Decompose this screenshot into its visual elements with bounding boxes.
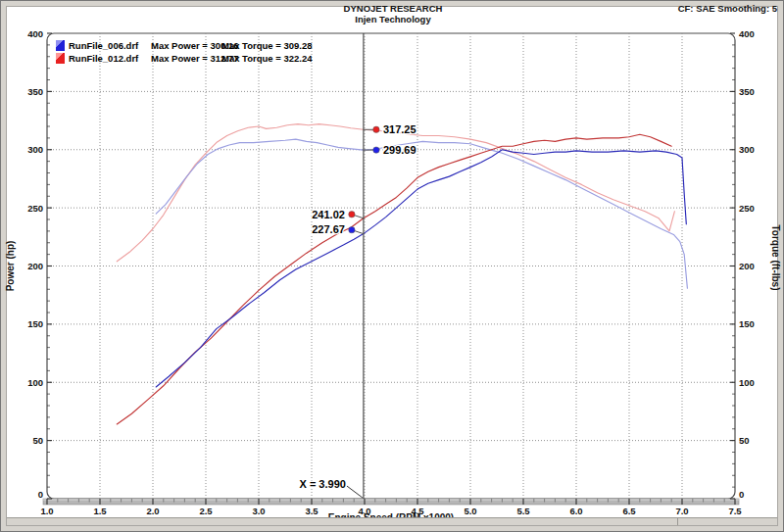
- y-tick-label-right: 400: [739, 28, 755, 39]
- marker-value-label: 241.02: [312, 209, 345, 220]
- y-tick-label-left: 50: [32, 435, 43, 446]
- y-axis-title-power: Power (hp): [5, 241, 16, 292]
- legend-max-power: Max Power = 300.16: [151, 40, 221, 51]
- x-tick-label: 7.5: [728, 506, 742, 516]
- marker-dot: [349, 212, 355, 218]
- x-tick-label: 6.0: [569, 506, 582, 516]
- y-tick-label-left: 350: [27, 86, 43, 97]
- x-tick-label: 1.0: [40, 506, 53, 516]
- y-axis-title-torque: Torque (ft-lbs): [770, 224, 781, 290]
- legend-row-run006: RunFile_006.drf Max Power = 300.16 Max T…: [56, 39, 313, 52]
- cursor-x-label: X = 3.990: [300, 478, 346, 490]
- correction-smoothing-info: CF: SAE Smoothing: 5: [678, 3, 778, 14]
- legend-swatch-red: [56, 53, 65, 64]
- y-tick-label-left: 250: [27, 203, 43, 214]
- y-tick-label-right: 250: [739, 203, 755, 214]
- x-tick-label: 3.5: [305, 506, 318, 516]
- x-tick-label: 1.5: [93, 506, 107, 516]
- legend-max-power: Max Power = 312.77: [151, 53, 221, 64]
- chart-subtitle: Injen Technology: [355, 14, 431, 24]
- marker-dot: [349, 226, 355, 232]
- y-tick-label-right: 200: [739, 261, 755, 271]
- status-bar: [7, 517, 777, 525]
- y-tick-label-left: 200: [27, 261, 43, 271]
- x-tick-label: 6.5: [622, 506, 636, 516]
- x-tick-label: 2.5: [199, 506, 213, 516]
- marker-value-label: 299.69: [383, 144, 416, 156]
- legend: RunFile_006.drf Max Power = 300.16 Max T…: [56, 39, 313, 65]
- x-tick-label: 5.0: [464, 506, 476, 516]
- y-tick-label-right: 100: [739, 377, 755, 388]
- x-tick-label: 3.0: [252, 506, 265, 516]
- legend-file-label: RunFile_006.drf: [69, 40, 151, 51]
- y-tick-label-left: 300: [27, 144, 43, 155]
- status-bar-divider: [677, 518, 678, 525]
- legend-file-label: RunFile_012.drf: [69, 53, 151, 64]
- legend-swatch-blue: [56, 40, 65, 51]
- marker-dot: [373, 147, 379, 153]
- y-tick-label-left: 100: [27, 377, 43, 388]
- chart-title: DYNOJET RESEARCH: [344, 3, 443, 14]
- y-tick-label-left: 400: [27, 28, 43, 39]
- y-tick-label-right: 300: [739, 144, 755, 155]
- y-tick-label-right: 150: [739, 318, 755, 329]
- dyno-graph-window: 1.01.52.02.53.03.54.04.55.05.56.06.57.07…: [0, 0, 784, 532]
- marker-value-label: 227.67: [312, 223, 345, 235]
- y-tick-label-left: 0: [38, 489, 43, 500]
- y-tick-label-right: 0: [739, 489, 744, 500]
- legend-row-run012: RunFile_012.drf Max Power = 312.77 Max T…: [56, 52, 313, 65]
- legend-max-torque: Max Torque = 322.24: [221, 53, 313, 64]
- y-tick-label-right: 350: [739, 86, 755, 97]
- dyno-chart[interactable]: 1.01.52.02.53.03.54.04.55.05.56.06.57.07…: [1, 1, 784, 523]
- x-tick-label: 5.5: [516, 506, 530, 516]
- x-tick-label: 7.0: [675, 506, 688, 516]
- marker-dot: [373, 126, 379, 132]
- marker-value-label: 317.25: [383, 123, 416, 135]
- x-tick-label: 2.0: [146, 506, 159, 516]
- y-tick-label-left: 150: [27, 318, 43, 329]
- y-tick-label-right: 50: [739, 435, 750, 446]
- legend-max-torque: Max Torque = 309.28: [221, 40, 313, 51]
